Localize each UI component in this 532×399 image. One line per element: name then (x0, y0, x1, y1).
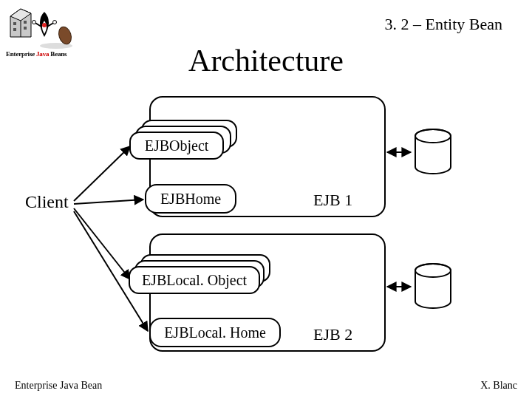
slide-canvas: Enterprise Java Beans 3. 2 – Entity Bean… (0, 0, 532, 399)
ejbobject-card: EJBObject (129, 132, 224, 160)
footer-left: Enterprise Java Bean (15, 380, 102, 392)
footer-right: X. Blanc (480, 380, 517, 392)
diagram-arrows (0, 0, 532, 399)
svg-line-20 (74, 208, 130, 279)
svg-line-18 (74, 146, 130, 201)
ejblocalobject-card: EJBLocal. Object (129, 266, 260, 294)
svg-line-19 (74, 200, 143, 204)
